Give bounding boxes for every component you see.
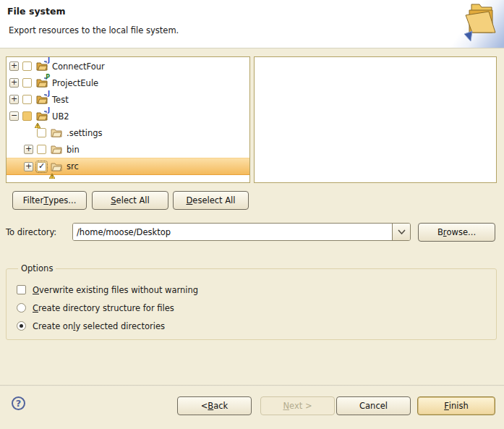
option-row[interactable]: Create directory structure for files [17,299,496,317]
option-row[interactable]: Create only selected directories [17,317,496,335]
project-nature-badge: J [48,108,50,114]
page-subtitle: Export resources to the local file syste… [9,25,179,35]
filter-types-button[interactable]: Filter Types... [12,191,87,210]
checkbox[interactable] [17,285,26,294]
tree-checkbox[interactable] [37,162,46,171]
tree-item-label: src [67,161,79,171]
select-all-button[interactable]: Select All [92,191,168,210]
finish-button[interactable]: Finish [417,396,495,415]
java-project-folder-icon: J [36,111,48,122]
tree-indent [7,132,24,133]
back-button[interactable]: < Back [177,396,252,415]
tree-row[interactable]: −JUB2 [7,108,249,124]
cancel-button[interactable]: Cancel [336,396,411,415]
radio-button[interactable] [17,321,26,331]
java-project-folder-icon: P [36,77,48,88]
tree-item-label: ConnectFour [52,61,105,72]
radio-button[interactable] [17,303,26,313]
tree-checkbox[interactable] [22,78,32,88]
next-button[interactable]: Next > [260,396,335,415]
tree-indent [7,149,24,150]
deselect-all-button[interactable]: Deselect All [173,191,249,210]
tree-item-label: .settings [67,128,103,138]
tree-row[interactable]: +bin [7,141,249,158]
export-folder-icon [462,2,498,45]
tree-item-label: Test [52,95,69,105]
java-project-folder-icon: J [36,61,48,72]
expand-icon[interactable]: + [9,61,19,71]
option-label: Create only selected directories [33,321,165,331]
to-directory-label: To directory: [6,227,56,237]
tree-row[interactable]: +JTest [7,91,249,108]
folder-icon [51,144,63,155]
page-title: File system [7,6,65,17]
tree-row[interactable]: +PProjectEule [7,75,249,91]
tree-checkbox[interactable] [37,145,46,154]
destination-combobox[interactable] [72,223,411,241]
tree-checkbox[interactable] [22,61,32,71]
project-nature-badge: J [48,58,50,64]
tree-item-label: UB2 [52,111,69,122]
options-legend: Options [18,263,56,273]
option-row[interactable]: Overwrite existing files without warning [17,281,496,299]
project-nature-badge: J [48,91,50,97]
tree-item-label: ProjectEule [52,78,98,88]
folder-icon [51,127,63,138]
java-project-folder-icon: J [36,94,48,105]
tree-row[interactable]: +src [7,158,249,175]
tree-checkbox[interactable] [37,128,46,137]
tree-indent [7,166,24,167]
tree-checkbox[interactable] [22,95,32,104]
tree-row[interactable]: +JConnectFour [7,58,249,75]
expand-icon[interactable]: + [24,162,33,171]
chevron-down-icon [398,229,406,234]
tree-row[interactable]: +.settings [7,124,249,141]
help-icon: ? [16,398,22,409]
collapse-icon[interactable]: − [9,111,19,121]
tree-item-label: bin [67,145,80,155]
browse-button[interactable]: Browse... [418,223,495,242]
wizard-header: File system Export resources to the loca… [0,0,504,48]
expand-icon[interactable]: + [9,95,19,104]
option-label: Create directory structure for files [33,303,174,313]
footer-separator [0,385,504,386]
project-nature-badge: P [46,75,50,80]
resource-tree-panel[interactable]: +JConnectFour+PProjectEule+JTest−JUB2+.s… [6,56,250,183]
option-label: Overwrite existing files without warning [33,285,198,295]
folder-icon [51,161,63,172]
expand-icon[interactable]: + [24,145,33,154]
destination-input[interactable] [73,224,392,240]
help-button[interactable]: ? [12,396,25,410]
combo-dropdown-button[interactable] [392,224,410,240]
tree-checkbox[interactable] [22,111,32,121]
expand-icon[interactable]: + [9,78,19,88]
file-list-panel[interactable] [254,56,497,183]
options-group: Options Overwrite existing files without… [6,263,497,340]
